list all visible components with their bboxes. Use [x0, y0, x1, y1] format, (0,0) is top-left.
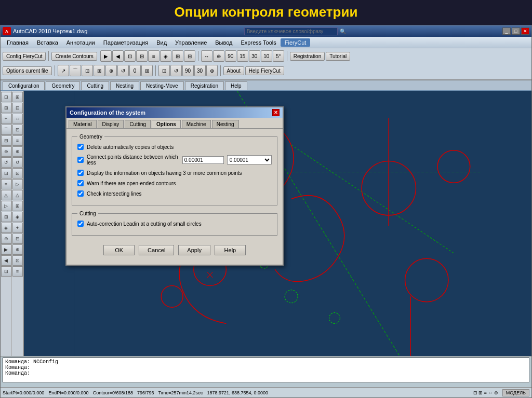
registration-button[interactable]: Registration	[290, 52, 325, 61]
tool-26[interactable]: ⊕	[12, 146, 23, 157]
tab-display[interactable]: Display	[98, 120, 124, 128]
tool-4[interactable]: ⌒	[1, 125, 11, 135]
toolbar-icon-11[interactable]: 90	[225, 50, 236, 62]
tool-33[interactable]: +	[12, 223, 23, 233]
tool-5[interactable]: ⊟	[1, 135, 11, 146]
tool-27[interactable]: ↺	[12, 157, 23, 168]
checkbox-1[interactable]	[77, 144, 84, 150]
tool-3[interactable]: +	[1, 114, 11, 124]
dialog-close-button[interactable]: ✕	[272, 109, 280, 116]
cancel-button[interactable]: Cancel	[139, 245, 174, 255]
tool-17[interactable]: ⊡	[1, 266, 11, 277]
tool-21[interactable]: ⊞	[12, 92, 23, 102]
tool-16[interactable]: ◀	[1, 255, 11, 266]
toolbar-icon-13[interactable]: 30	[249, 50, 260, 62]
options-current-file-button[interactable]: Options curent file	[3, 66, 52, 75]
ribbon-help[interactable]: Help	[225, 81, 247, 90]
ribbon-geometry[interactable]: Geometry	[46, 81, 80, 90]
tool-37[interactable]: ≡	[12, 266, 23, 277]
toolbar-icon-24[interactable]: ⊡	[158, 65, 170, 76]
ribbon-nesting[interactable]: Nesting	[110, 81, 139, 90]
command-line[interactable]: Команда: NCConfig Команда: Команда:	[3, 358, 529, 382]
tool-32[interactable]: ◈	[12, 212, 23, 222]
distance-input[interactable]	[182, 156, 224, 164]
tab-material[interactable]: Material	[69, 120, 97, 128]
tool-31[interactable]: ⊞	[12, 201, 23, 211]
toolbar-icon-14[interactable]: 10	[261, 50, 272, 62]
tool-7[interactable]: ↺	[1, 157, 11, 168]
toolbar-icon-2[interactable]: ◀	[112, 50, 124, 62]
toolbar-icon-23[interactable]: ⊞	[141, 65, 153, 76]
toolbar-icon-15[interactable]: 5°	[273, 50, 284, 62]
create-contours-button[interactable]: Create Contours	[51, 52, 97, 61]
ribbon-configuration[interactable]: Configuration	[3, 81, 45, 90]
toolbar-icon-6[interactable]: ◈	[160, 50, 171, 62]
toolbar-icon-28[interactable]: ⊕	[206, 65, 218, 76]
ribbon-nesting-move[interactable]: Nesting-Move	[140, 81, 184, 90]
tab-nesting[interactable]: Nesting	[212, 120, 239, 128]
tab-cutting[interactable]: Cutting	[125, 120, 151, 128]
tool-2[interactable]: ⊞	[1, 103, 11, 113]
checkbox-4[interactable]	[77, 180, 84, 186]
distance-select[interactable]: 0.00001 0.0001 0.001	[227, 155, 272, 164]
toolbar-icon-8[interactable]: ⊟	[184, 50, 195, 62]
toolbar-icon-26[interactable]: 90	[182, 65, 194, 76]
menu-annotations[interactable]: Аннотации	[62, 38, 99, 47]
about-button[interactable]: About	[223, 66, 244, 75]
tool-13[interactable]: ◈	[1, 223, 11, 233]
ribbon-cutting[interactable]: Cutting	[81, 81, 109, 90]
tool-1[interactable]: ⊡	[1, 92, 11, 102]
checkbox-2[interactable]	[77, 157, 84, 163]
tool-12[interactable]: ⊞	[1, 212, 11, 222]
toolbar-icon-5[interactable]: ≡	[148, 50, 159, 62]
tool-36[interactable]: ⊡	[12, 255, 23, 266]
menu-manage[interactable]: Управление	[171, 38, 211, 47]
toolbar-icon-17[interactable]: ⌒	[70, 65, 81, 76]
toolbar-icon-9[interactable]: ↔	[201, 50, 212, 62]
tool-10[interactable]: △	[1, 190, 11, 200]
search-input[interactable]	[244, 28, 338, 35]
tab-machine[interactable]: Machine	[182, 120, 211, 128]
tool-23[interactable]: ↔	[12, 114, 23, 124]
menu-view[interactable]: Вид	[152, 38, 171, 47]
ribbon-registration[interactable]: Registration	[185, 81, 224, 90]
toolbar-icon-3[interactable]: ⊡	[124, 50, 136, 62]
toolbar-icon-4[interactable]: ⊟	[136, 50, 148, 62]
toolbar-icon-21[interactable]: ↺	[117, 65, 129, 76]
checkbox-5[interactable]	[77, 190, 84, 197]
toolbar-icon-12[interactable]: 15	[237, 50, 248, 62]
menu-home[interactable]: Главная	[3, 38, 33, 47]
minimize-button[interactable]: _	[502, 28, 511, 35]
toolbar-icon-19[interactable]: ⊞	[94, 65, 105, 76]
toolbar-icon-22[interactable]: 0	[129, 65, 141, 76]
tool-9[interactable]: ≡	[1, 179, 11, 189]
tool-25[interactable]: ≡	[12, 135, 23, 146]
toolbar-icon-27[interactable]: 30	[194, 65, 206, 76]
tool-11[interactable]: ▷	[1, 201, 11, 211]
tool-8[interactable]: ⊡	[1, 168, 11, 179]
checkbox-3[interactable]	[77, 170, 84, 176]
tool-22[interactable]: ⊟	[12, 103, 23, 113]
checkbox-6[interactable]	[77, 221, 84, 227]
help-dialog-button[interactable]: Help	[215, 245, 246, 255]
toolbar-icon-18[interactable]: ⊡	[82, 65, 93, 76]
toolbar-icon-10[interactable]: ⊕	[213, 50, 224, 62]
menu-fierycut[interactable]: FieryCut	[281, 38, 311, 47]
tool-35[interactable]: ⊕	[12, 244, 23, 255]
tool-30[interactable]: △	[12, 190, 23, 200]
tool-24[interactable]: ⊡	[12, 125, 23, 135]
menu-express[interactable]: Express Tools	[237, 38, 281, 47]
close-button[interactable]: ✕	[521, 28, 529, 35]
toolbar-icon-7[interactable]: ⊞	[172, 50, 183, 62]
tool-28[interactable]: ⊡	[12, 168, 23, 179]
tool-34[interactable]: ⊟	[12, 234, 23, 244]
menu-output[interactable]: Вывод	[211, 38, 236, 47]
tool-15[interactable]: ▶	[1, 244, 11, 255]
tutorial-button[interactable]: Tutorial	[326, 52, 350, 61]
menu-insert[interactable]: Вставка	[33, 38, 62, 47]
toolbar-icon-1[interactable]: ▶	[100, 50, 112, 62]
tool-14[interactable]: ⊕	[1, 234, 11, 244]
toolbar-icon-20[interactable]: ⊕	[105, 65, 117, 76]
menu-parametrization[interactable]: Параметризация	[99, 38, 152, 47]
config-fierycut-button[interactable]: Config FieryСut	[3, 52, 46, 61]
